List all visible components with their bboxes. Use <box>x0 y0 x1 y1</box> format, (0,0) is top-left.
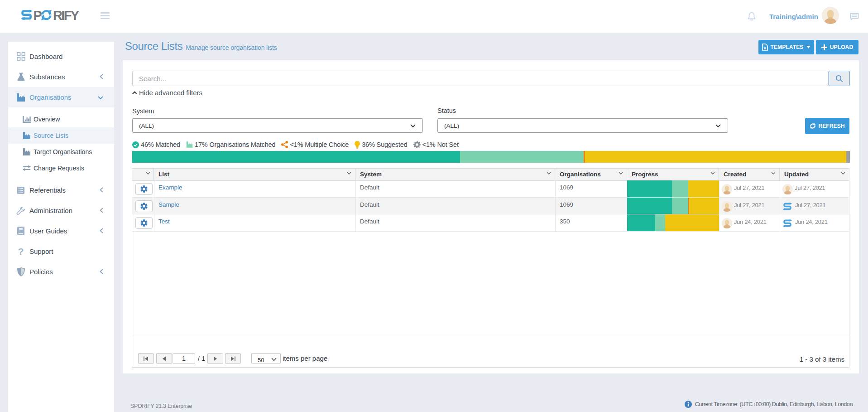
svg-text:RIFY: RIFY <box>53 10 79 21</box>
svg-text:P: P <box>34 10 42 21</box>
